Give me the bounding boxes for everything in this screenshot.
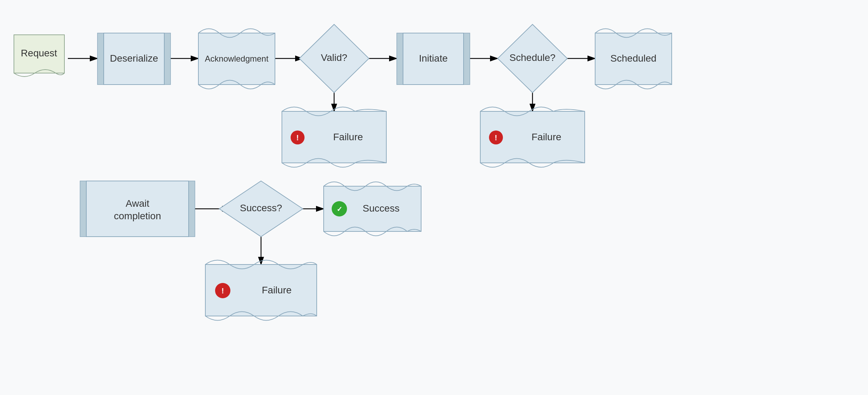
- acknowledgment-label: Acknowledgment: [205, 54, 269, 63]
- await-label1: Await: [126, 198, 149, 209]
- node-initiate: Initiate: [397, 33, 470, 85]
- svg-text:✓: ✓: [337, 205, 342, 213]
- failure1-label: Failure: [333, 132, 363, 142]
- node-await: Await completion: [80, 181, 195, 237]
- svg-text:!: !: [221, 286, 224, 295]
- initiate-label: Initiate: [419, 53, 448, 64]
- node-success-q: Success?: [219, 181, 303, 237]
- node-success: ✓ Success: [324, 182, 421, 236]
- diagram-container: Request Deserialize Acknowledgment Valid…: [0, 0, 868, 395]
- svg-rect-13: [164, 33, 171, 85]
- await-label2: completion: [114, 211, 161, 221]
- node-failure3: ! Failure: [205, 260, 317, 321]
- svg-rect-12: [97, 33, 104, 85]
- deserialize-label: Deserialize: [110, 53, 158, 64]
- node-failure2: ! Failure: [480, 107, 585, 167]
- svg-text:!: !: [495, 133, 497, 142]
- node-valid: Valid?: [299, 24, 369, 93]
- svg-rect-18: [464, 33, 470, 85]
- node-acknowledgment: Acknowledgment: [198, 29, 275, 89]
- svg-text:!: !: [296, 133, 299, 142]
- svg-rect-30: [86, 181, 189, 237]
- svg-rect-28: [80, 181, 86, 237]
- flow-diagram: Request Deserialize Acknowledgment Valid…: [0, 0, 868, 395]
- schedule-label: Schedule?: [510, 52, 555, 63]
- node-schedule: Schedule?: [498, 24, 567, 93]
- failure3-label: Failure: [262, 285, 292, 295]
- svg-rect-29: [189, 181, 195, 237]
- node-scheduled: Scheduled: [595, 29, 672, 89]
- node-failure1: ! Failure: [282, 107, 386, 167]
- request-label: Request: [21, 48, 57, 58]
- success-q-label: Success?: [240, 203, 282, 213]
- node-deserialize: Deserialize: [97, 33, 171, 85]
- scheduled-label: Scheduled: [610, 53, 656, 64]
- failure2-label: Failure: [531, 132, 561, 142]
- node-request: Request: [14, 35, 64, 77]
- svg-rect-17: [397, 33, 403, 85]
- valid-label: Valid?: [321, 52, 347, 63]
- success-label: Success: [363, 203, 400, 214]
